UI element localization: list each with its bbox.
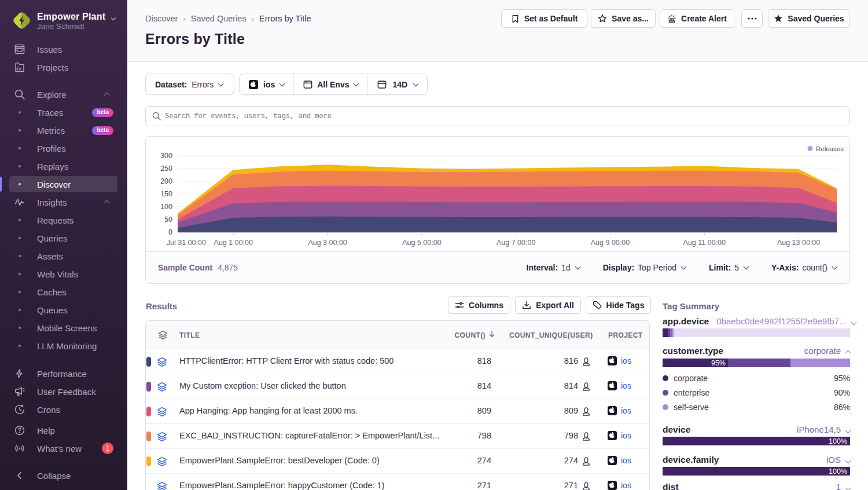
svg-text:50: 50 (164, 215, 172, 224)
svg-text:Aug 11 00:00: Aug 11 00:00 (683, 239, 726, 247)
svg-text:Aug 9 00:00: Aug 9 00:00 (591, 239, 630, 247)
svg-text:100: 100 (160, 203, 172, 211)
svg-text:Aug 1 00:00: Aug 1 00:00 (214, 239, 253, 247)
svg-text:Releases: Releases (816, 145, 844, 152)
svg-text:300: 300 (160, 152, 172, 160)
svg-text:Aug 5 00:00: Aug 5 00:00 (402, 239, 441, 247)
svg-text:Aug 13 00:00: Aug 13 00:00 (777, 239, 820, 247)
svg-text:150: 150 (160, 190, 172, 198)
svg-text:0: 0 (168, 228, 172, 236)
svg-text:250: 250 (160, 164, 172, 173)
svg-text:200: 200 (160, 177, 172, 185)
svg-text:Jul 31 00:00: Jul 31 00:00 (167, 239, 206, 247)
svg-text:Aug 3 00:00: Aug 3 00:00 (308, 239, 347, 247)
svg-text:Aug 7 00:00: Aug 7 00:00 (496, 239, 535, 247)
